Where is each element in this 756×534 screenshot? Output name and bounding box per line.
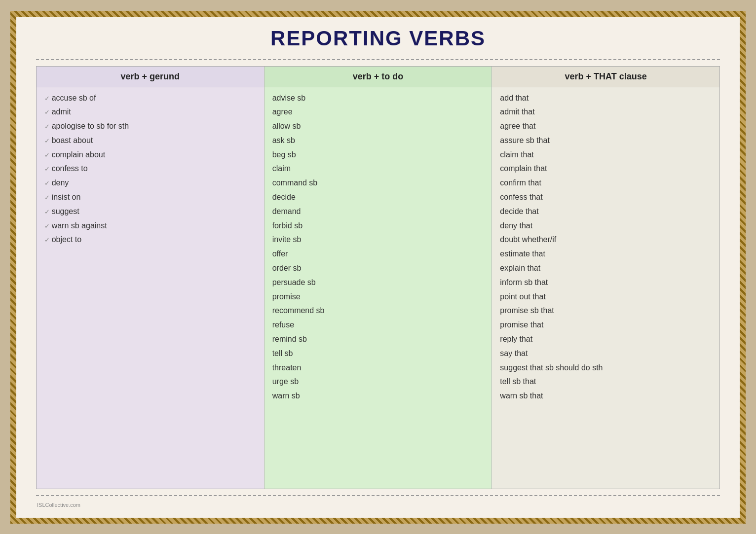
list-item: order sb (272, 262, 484, 275)
list-item: persuade sb (272, 277, 484, 289)
list-item: say that (500, 348, 712, 360)
list-item: claim that (500, 149, 712, 161)
list-item: confess to (44, 163, 256, 175)
list-item: object to (44, 234, 256, 246)
list-item: add that (500, 92, 712, 105)
list-item: deny (44, 177, 256, 189)
list-item: ask sb (272, 135, 484, 147)
list-item: inform sb that (500, 277, 712, 289)
list-item: promise sb that (500, 305, 712, 317)
list-item: advise sb (272, 92, 484, 105)
list-item: invite sb (272, 234, 484, 246)
col-that-body: add thatadmit thatagree thatassure sb th… (492, 87, 719, 489)
divider-bottom (36, 495, 720, 496)
col-todo-header: verb + to do (265, 67, 492, 87)
list-item: tell sb that (500, 376, 712, 388)
divider-top (36, 59, 720, 60)
list-item: assure sb that (500, 135, 712, 147)
col-gerund: verb + gerund accuse sb ofadmitapologise… (37, 67, 265, 489)
list-item: promise (272, 291, 484, 303)
list-item: confirm that (500, 177, 712, 189)
list-item: estimate that (500, 248, 712, 260)
list-item: tell sb (272, 348, 484, 360)
main-table: verb + gerund accuse sb ofadmitapologise… (36, 66, 720, 489)
watermark: ISLCollective.com (36, 502, 720, 508)
list-item: warn sb against (44, 220, 256, 232)
list-item: agree that (500, 120, 712, 133)
list-item: threaten (272, 362, 484, 374)
border-outer: REPORTING VERBS verb + gerund accuse sb … (10, 11, 746, 524)
list-item: demand (272, 206, 484, 218)
list-item: decide (272, 191, 484, 204)
page-title: REPORTING VERBS (36, 27, 720, 50)
col-that: verb + THAT clause add thatadmit thatagr… (492, 67, 719, 489)
col-that-header: verb + THAT clause (492, 67, 719, 87)
list-item: urge sb (272, 376, 484, 388)
list-item: doubt whether/if (500, 234, 712, 246)
list-item: forbid sb (272, 220, 484, 232)
list-item: refuse (272, 319, 484, 331)
col-gerund-header: verb + gerund (37, 67, 264, 87)
list-item: agree (272, 106, 484, 118)
list-item: complain about (44, 149, 256, 161)
list-item: suggest (44, 206, 256, 218)
list-item: deny that (500, 220, 712, 232)
list-item: recommend sb (272, 305, 484, 317)
list-item: boast about (44, 135, 256, 147)
list-item: allow sb (272, 120, 484, 133)
col-todo-body: advise sbagreeallow sbask sbbeg sbclaimc… (265, 87, 492, 489)
list-item: decide that (500, 206, 712, 218)
col-gerund-body: accuse sb ofadmitapologise to sb for sth… (37, 87, 264, 489)
page-container: REPORTING VERBS verb + gerund accuse sb … (16, 17, 740, 518)
list-item: confess that (500, 191, 712, 204)
list-item: insist on (44, 191, 256, 204)
list-item: warn sb (272, 390, 484, 402)
list-item: suggest that sb should do sth (500, 362, 712, 374)
list-item: promise that (500, 319, 712, 331)
list-item: warn sb that (500, 390, 712, 402)
list-item: admit that (500, 106, 712, 118)
list-item: admit (44, 106, 256, 118)
list-item: claim (272, 163, 484, 175)
list-item: offer (272, 248, 484, 260)
list-item: apologise to sb for sth (44, 120, 256, 133)
col-todo: verb + to do advise sbagreeallow sbask s… (265, 67, 492, 489)
list-item: remind sb (272, 333, 484, 346)
list-item: command sb (272, 177, 484, 189)
list-item: accuse sb of (44, 92, 256, 105)
list-item: explain that (500, 262, 712, 275)
list-item: point out that (500, 291, 712, 303)
list-item: reply that (500, 333, 712, 346)
list-item: complain that (500, 163, 712, 175)
list-item: beg sb (272, 149, 484, 161)
